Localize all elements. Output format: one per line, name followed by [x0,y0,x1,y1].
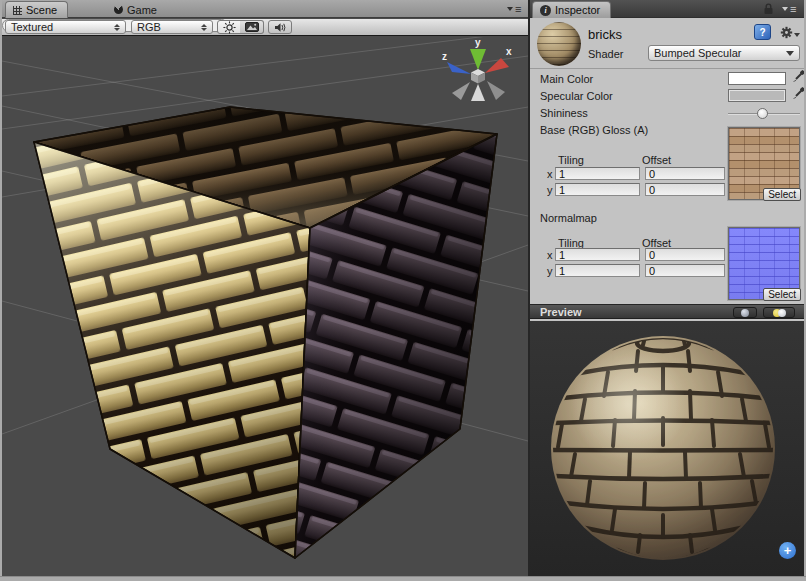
context-menu-button[interactable] [780,24,800,40]
normal-offset-y-input[interactable] [645,264,725,277]
base-offset-x-input[interactable] [645,167,725,180]
normal-tiling-y-input[interactable] [555,264,640,277]
tab-game-label: Game [127,4,157,16]
base-texture-select-button[interactable]: Select [763,188,801,201]
scene-3d-render: y x z [2,37,528,576]
scene-audio-toggle[interactable] [268,20,292,34]
render-mode-value: Textured [11,21,53,33]
inspector-panel: i Inspector ≡ bricks Shader Bumped Specu… [530,0,804,576]
gizmo-z-axis-cone[interactable] [447,62,471,74]
scene-lighting-toggle[interactable] [217,20,241,34]
x-row-label: x [547,249,553,261]
gizmo-z-label: z [442,51,447,62]
light-off-icon [778,309,786,317]
material-name: bricks [588,27,622,42]
preview-sphere-render [530,321,804,576]
gizmo-x-label: x [506,46,512,57]
normal-offset-x-input[interactable] [645,248,725,261]
specular-color-label: Specular Color [540,90,613,102]
normalmap-select-button[interactable]: Select [763,288,801,301]
y-row-label: y [547,184,553,196]
dropdown-triangle-icon [786,51,794,56]
scene-tab-strip: Scene Game ≡ [2,0,528,18]
help-button[interactable]: ? [754,24,771,40]
sphere-icon [741,309,749,317]
shininess-slider-thumb[interactable] [757,108,768,119]
shader-label: Shader [588,48,623,60]
tab-inspector[interactable]: i Inspector [532,1,611,18]
scene-toolbar: Textured RGB [2,19,528,36]
material-inspector: bricks Shader Bumped Specular ? [530,18,804,304]
material-preview-thumbnail [537,22,581,66]
base-map-label: Base (RGB) Gloss (A) [540,124,648,136]
channel-dropdown[interactable]: RGB [131,20,213,34]
menu-bars-icon: ≡ [515,4,521,14]
shader-dropdown[interactable]: Bumped Specular [648,45,800,61]
game-icon [114,5,123,14]
tiling-header: Tiling [558,154,584,166]
specular-color-swatch[interactable] [728,89,786,102]
divider [530,68,804,69]
preview-lighting-button[interactable] [763,307,795,318]
sun-icon [223,21,236,34]
eyedropper-icon[interactable] [791,70,805,84]
material-preview-area[interactable]: + [530,321,804,576]
scene-grid-icon [13,6,22,15]
shininess-label: Shininess [540,107,588,119]
scene-skybox-toggle[interactable] [240,20,264,34]
image-icon [245,22,259,32]
normalmap-texture-thumbnail[interactable]: Select [728,227,800,300]
base-texture-thumbnail[interactable]: Select [728,127,800,200]
preview-mesh-button[interactable] [733,307,757,318]
updown-arrows-icon [195,24,207,31]
x-row-label: x [547,168,553,180]
scene-panel-menu-button[interactable]: ≡ [507,4,521,14]
add-button[interactable]: + [779,542,796,559]
lock-icon[interactable] [763,3,774,15]
menu-bars-icon: ≡ [790,4,796,14]
unity-editor-window: Scene Game ≡ Textured RGB [0,0,806,581]
dropdown-triangle-icon [782,7,788,11]
normal-tiling-x-input[interactable] [555,248,640,261]
gizmo-y-axis-cone[interactable] [470,49,486,70]
dropdown-triangle-icon [794,33,800,37]
offset-header: Offset [642,154,671,166]
tab-scene-label: Scene [26,4,57,16]
inspector-menu-button[interactable]: ≡ [782,4,796,14]
shader-value: Bumped Specular [654,47,741,59]
tab-scene[interactable]: Scene [5,1,68,18]
brick-cube [34,107,497,558]
gear-icon [780,25,793,40]
tab-inspector-label: Inspector [555,4,600,16]
window-edge [0,576,806,581]
updown-arrows-icon [108,24,120,31]
gizmo-y-label: y [475,37,481,48]
preview-title: Preview [540,306,582,318]
render-mode-dropdown[interactable]: Textured [5,20,126,34]
info-icon: i [540,5,551,16]
scene-viewport[interactable]: y x z [2,37,528,576]
main-color-label: Main Color [540,73,593,85]
scene-panel: Scene Game ≡ Textured RGB [2,0,528,576]
main-color-swatch[interactable] [728,72,786,85]
dropdown-triangle-icon [507,7,513,11]
normal-map-label: Normalmap [540,212,597,224]
base-tiling-y-input[interactable] [555,183,640,196]
channel-value: RGB [137,21,161,33]
eyedropper-icon[interactable] [791,87,805,101]
window-edge [0,0,2,581]
tab-game[interactable]: Game [114,1,157,18]
scene-orientation-gizmo[interactable]: y x z [442,37,512,101]
inspector-tab-strip: i Inspector ≡ [530,0,804,18]
base-tiling-x-input[interactable] [555,167,640,180]
y-row-label: y [547,265,553,277]
base-offset-y-input[interactable] [645,183,725,196]
speaker-icon [274,22,287,33]
preview-header-bar[interactable]: Preview [530,304,804,319]
